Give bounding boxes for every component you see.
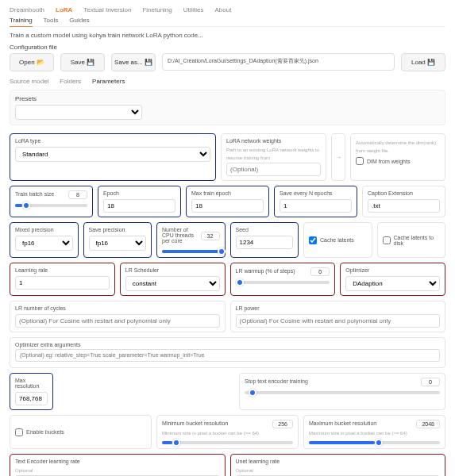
mixed-prec-select[interactable]: fp16 bbox=[15, 236, 73, 251]
lora-type-label: LoRA type bbox=[15, 138, 210, 144]
max-bucket-slider[interactable] bbox=[309, 441, 440, 444]
load-button[interactable]: Load 💾 bbox=[401, 53, 445, 71]
seed-input[interactable] bbox=[236, 236, 294, 249]
save-n-input[interactable] bbox=[280, 199, 352, 213]
lr-warmup-label: LR warmup (% of steps) bbox=[236, 268, 295, 274]
min-bucket-slider[interactable] bbox=[162, 441, 293, 444]
nav-about[interactable]: About bbox=[215, 6, 232, 13]
te-lr-sub: Optional bbox=[15, 468, 33, 473]
optimizer-label: Optimizer bbox=[345, 267, 440, 273]
mixed-prec-label: Mixed precision bbox=[15, 227, 73, 232]
lr-cycles-input[interactable] bbox=[15, 314, 220, 328]
subnav-guides[interactable]: Guides bbox=[69, 17, 89, 24]
lr-power-input[interactable] bbox=[236, 314, 441, 328]
epoch-label: Epoch bbox=[103, 190, 175, 196]
save-n-label: Save every N epochs bbox=[280, 190, 352, 196]
save-prec-label: Save precision bbox=[89, 227, 147, 232]
seed-label: Seed bbox=[236, 227, 294, 232]
lr-cycles-label: LR number of cycles bbox=[15, 305, 220, 311]
min-bucket-value: 256 bbox=[272, 420, 293, 428]
open-button[interactable]: Open 📂 bbox=[10, 53, 54, 71]
cache-disk-checkbox[interactable] bbox=[383, 236, 391, 244]
lr-input[interactable] bbox=[15, 276, 110, 290]
page-description: Train a custom model using kohya train n… bbox=[10, 32, 445, 39]
nav-utilities[interactable]: Utilities bbox=[183, 6, 204, 13]
dim-auto-sub: Automatically determine the dim(rank) fr… bbox=[356, 140, 436, 153]
enable-buckets-checkbox[interactable] bbox=[15, 428, 23, 436]
subnav-tools[interactable]: Tools bbox=[44, 17, 59, 24]
presets-label: Presets bbox=[15, 95, 440, 102]
optimizer-select[interactable]: DAdaption bbox=[345, 276, 440, 291]
stop-te-label: Stop text encoder training bbox=[245, 378, 308, 384]
opt-extra-label: Optimizer extra arguments bbox=[15, 342, 440, 347]
tab-folders[interactable]: Folders bbox=[60, 78, 81, 85]
max-bucket-label: Maximum bucket resolution bbox=[309, 420, 376, 426]
cache-disk-label: Cache latents to disk bbox=[394, 235, 441, 246]
caption-ext-input[interactable] bbox=[368, 199, 440, 213]
network-weights-sub: Path to an existing LoRA network weights… bbox=[226, 148, 319, 160]
nav-dreambooth[interactable]: Dreambooth bbox=[10, 6, 44, 13]
batch-value: 8 bbox=[68, 190, 87, 199]
cache-latents-label: Cache latents bbox=[320, 237, 354, 243]
max-bucket-value: 2048 bbox=[416, 420, 440, 428]
max-bucket-sub: Maximum size in pixel a bucket can be (>… bbox=[309, 431, 407, 436]
lr-label: Learning rate bbox=[15, 267, 110, 273]
config-section-label: Configuration file bbox=[10, 44, 445, 51]
cache-latents-checkbox[interactable] bbox=[309, 236, 317, 244]
lora-type-select[interactable]: Standard bbox=[15, 147, 210, 162]
stop-te-slider[interactable] bbox=[245, 391, 440, 394]
dim-label: DIM from weights bbox=[367, 159, 410, 164]
save-button[interactable]: Save 💾 bbox=[60, 53, 105, 71]
saveas-button[interactable]: Save as... 💾 bbox=[111, 53, 156, 71]
lr-sched-label: LR Scheduler bbox=[125, 267, 220, 273]
cpu-threads-slider[interactable] bbox=[162, 250, 220, 253]
max-res-input[interactable] bbox=[15, 392, 48, 405]
nav-finetuning[interactable]: Finetuning bbox=[142, 6, 172, 13]
max-epoch-label: Max train epoch bbox=[191, 190, 264, 196]
presets-select[interactable] bbox=[15, 105, 142, 120]
max-epoch-input[interactable] bbox=[191, 199, 264, 213]
lr-sched-select[interactable]: constant bbox=[125, 276, 220, 291]
batch-label: Train batch size bbox=[15, 191, 54, 197]
batch-slider[interactable] bbox=[15, 204, 87, 207]
arrow-right-icon: → bbox=[335, 153, 342, 161]
subnav-training[interactable]: Training bbox=[10, 17, 33, 27]
network-weights-input[interactable] bbox=[226, 163, 321, 176]
min-bucket-sub: Minimum size in pixel a bucket can be (>… bbox=[162, 431, 259, 436]
unet-lr-sub: Optional bbox=[236, 468, 253, 473]
unet-lr-label: Unet learning rate bbox=[236, 459, 441, 464]
lr-warmup-slider[interactable] bbox=[236, 281, 330, 284]
tab-parameters[interactable]: Parameters bbox=[92, 78, 125, 85]
epoch-input[interactable] bbox=[103, 199, 175, 213]
nav-textual[interactable]: Textual Inversion bbox=[83, 6, 131, 13]
save-prec-select[interactable]: fp16 bbox=[89, 236, 147, 251]
network-weights-label: LoRA network weights bbox=[226, 138, 321, 144]
caption-ext-label: Caption Extension bbox=[368, 190, 440, 196]
lr-power-label: LR power bbox=[236, 305, 441, 311]
cpu-threads-value: 32 bbox=[201, 232, 220, 240]
min-bucket-label: Minimum bucket resolution bbox=[162, 420, 228, 426]
max-res-label: Max resolution bbox=[15, 378, 48, 389]
enable-buckets-label: Enable buckets bbox=[26, 429, 64, 435]
cpu-threads-label: Number of CPU threads per core bbox=[162, 227, 201, 244]
nav-lora[interactable]: LoRA bbox=[56, 6, 72, 13]
opt-extra-input[interactable] bbox=[15, 349, 440, 362]
config-path-input[interactable]: D:/AI_Creation/LoraGui/settings_DAdaptio… bbox=[162, 53, 395, 71]
lr-warmup-value: 0 bbox=[310, 267, 330, 276]
dim-from-weights-checkbox[interactable] bbox=[356, 157, 364, 165]
tab-source-model[interactable]: Source model bbox=[10, 78, 48, 85]
te-lr-label: Text Encoder learning rate bbox=[15, 459, 220, 464]
stop-te-value: 0 bbox=[421, 378, 440, 386]
